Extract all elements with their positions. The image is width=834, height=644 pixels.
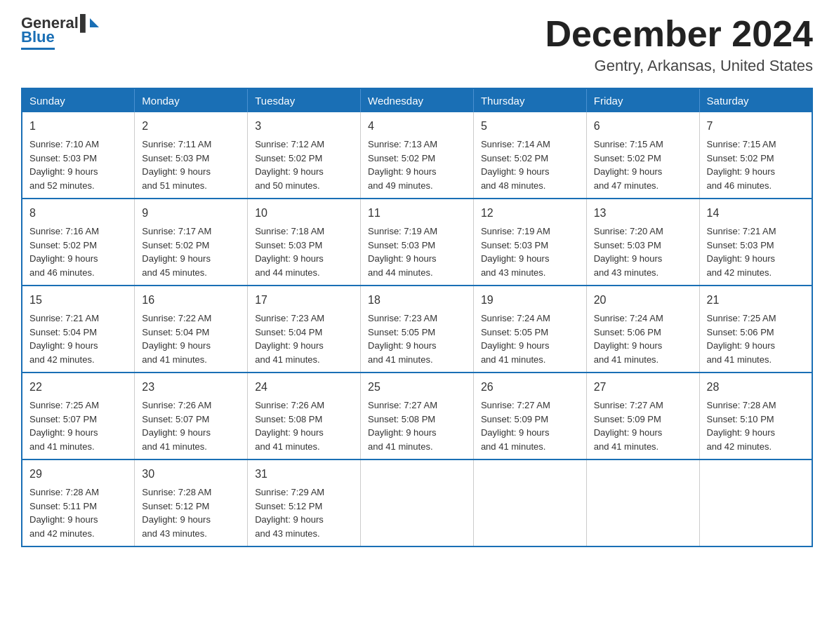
day-daylight-cont: and 42 minutes.: [29, 528, 95, 539]
day-daylight-cont: and 41 minutes.: [255, 354, 320, 365]
day-number: 3: [255, 118, 353, 135]
day-sunset: Sunset: 5:02 PM: [707, 153, 774, 163]
day-number: 22: [29, 379, 127, 396]
day-daylight: Daylight: 9 hours: [368, 166, 437, 177]
day-daylight: Daylight: 9 hours: [255, 253, 324, 264]
day-daylight: Daylight: 9 hours: [368, 253, 437, 264]
day-daylight: Daylight: 9 hours: [29, 253, 98, 264]
day-daylight-cont: and 44 minutes.: [255, 267, 320, 278]
day-number: 28: [707, 379, 805, 396]
day-sunrise: Sunrise: 7:26 AM: [255, 400, 324, 410]
day-number: 1: [29, 118, 127, 135]
day-sunset: Sunset: 5:02 PM: [594, 153, 661, 163]
day-sunrise: Sunrise: 7:28 AM: [29, 487, 99, 497]
calendar-cell: 28 Sunrise: 7:28 AM Sunset: 5:10 PM Dayl…: [699, 373, 812, 459]
day-sunrise: Sunrise: 7:29 AM: [255, 487, 324, 497]
calendar-cell: [473, 459, 586, 546]
calendar-week-row: 8 Sunrise: 7:16 AM Sunset: 5:02 PM Dayli…: [22, 199, 812, 286]
day-sunrise: Sunrise: 7:15 AM: [594, 139, 663, 149]
day-daylight-cont: and 41 minutes.: [255, 441, 320, 452]
day-daylight: Daylight: 9 hours: [481, 166, 550, 177]
calendar-cell: 30 Sunrise: 7:28 AM Sunset: 5:12 PM Dayl…: [135, 459, 248, 546]
day-daylight: Daylight: 9 hours: [594, 253, 663, 264]
day-daylight: Daylight: 9 hours: [707, 427, 776, 438]
day-sunset: Sunset: 5:09 PM: [481, 414, 548, 424]
day-sunrise: Sunrise: 7:19 AM: [481, 226, 550, 236]
weekday-header-row: SundayMondayTuesdayWednesdayThursdayFrid…: [22, 88, 812, 112]
day-sunset: Sunset: 5:08 PM: [368, 414, 435, 424]
day-daylight-cont: and 43 minutes.: [481, 267, 546, 278]
day-daylight-cont: and 41 minutes.: [481, 441, 546, 452]
day-daylight: Daylight: 9 hours: [368, 427, 437, 438]
day-daylight: Daylight: 9 hours: [29, 514, 98, 525]
day-daylight: Daylight: 9 hours: [481, 253, 550, 264]
weekday-header-sunday: Sunday: [22, 88, 135, 112]
day-number: 27: [594, 379, 692, 396]
weekday-header-thursday: Thursday: [473, 88, 586, 112]
day-daylight: Daylight: 9 hours: [29, 427, 98, 438]
day-daylight-cont: and 45 minutes.: [142, 267, 207, 278]
day-sunset: Sunset: 5:04 PM: [142, 327, 209, 337]
day-daylight-cont: and 42 minutes.: [707, 441, 772, 452]
day-sunset: Sunset: 5:03 PM: [255, 240, 322, 250]
day-sunrise: Sunrise: 7:28 AM: [707, 400, 776, 410]
calendar-week-row: 29 Sunrise: 7:28 AM Sunset: 5:11 PM Dayl…: [22, 459, 812, 546]
day-number: 24: [255, 379, 353, 396]
day-daylight: Daylight: 9 hours: [481, 340, 550, 351]
calendar-cell: 6 Sunrise: 7:15 AM Sunset: 5:02 PM Dayli…: [586, 112, 699, 199]
day-sunset: Sunset: 5:05 PM: [481, 327, 548, 337]
day-daylight: Daylight: 9 hours: [255, 427, 324, 438]
day-daylight-cont: and 44 minutes.: [368, 267, 433, 278]
day-sunset: Sunset: 5:09 PM: [594, 414, 661, 424]
day-daylight-cont: and 46 minutes.: [707, 180, 772, 191]
day-sunset: Sunset: 5:12 PM: [142, 501, 209, 511]
day-daylight: Daylight: 9 hours: [29, 166, 98, 177]
day-sunrise: Sunrise: 7:24 AM: [594, 313, 663, 323]
day-number: 25: [368, 379, 466, 396]
day-daylight-cont: and 51 minutes.: [142, 180, 207, 191]
day-sunrise: Sunrise: 7:11 AM: [142, 139, 211, 149]
calendar-table: SundayMondayTuesdayWednesdayThursdayFrid…: [21, 88, 813, 547]
weekday-header-wednesday: Wednesday: [361, 88, 474, 112]
day-sunrise: Sunrise: 7:21 AM: [29, 313, 99, 323]
calendar-cell: 29 Sunrise: 7:28 AM Sunset: 5:11 PM Dayl…: [22, 459, 135, 546]
day-sunset: Sunset: 5:04 PM: [29, 327, 97, 337]
day-daylight-cont: and 42 minutes.: [707, 267, 772, 278]
day-sunrise: Sunrise: 7:16 AM: [29, 226, 99, 236]
day-daylight-cont: and 52 minutes.: [29, 180, 95, 191]
day-number: 11: [368, 205, 466, 222]
day-number: 19: [481, 292, 579, 309]
day-daylight: Daylight: 9 hours: [142, 514, 211, 525]
day-number: 4: [368, 118, 466, 135]
calendar-cell: 1 Sunrise: 7:10 AM Sunset: 5:03 PM Dayli…: [22, 112, 135, 199]
day-number: 15: [29, 292, 127, 309]
calendar-cell: 2 Sunrise: 7:11 AM Sunset: 5:03 PM Dayli…: [135, 112, 248, 199]
calendar-cell: 5 Sunrise: 7:14 AM Sunset: 5:02 PM Dayli…: [473, 112, 586, 199]
day-sunset: Sunset: 5:03 PM: [142, 153, 209, 163]
calendar-cell: 31 Sunrise: 7:29 AM Sunset: 5:12 PM Dayl…: [248, 459, 361, 546]
day-daylight: Daylight: 9 hours: [481, 427, 550, 438]
day-daylight-cont: and 43 minutes.: [594, 267, 659, 278]
day-number: 30: [142, 466, 240, 483]
day-sunrise: Sunrise: 7:18 AM: [255, 226, 324, 236]
day-sunrise: Sunrise: 7:22 AM: [142, 313, 211, 323]
calendar-cell: 17 Sunrise: 7:23 AM Sunset: 5:04 PM Dayl…: [248, 286, 361, 373]
day-daylight-cont: and 41 minutes.: [368, 354, 433, 365]
month-year-title: December 2024: [545, 14, 813, 54]
day-sunset: Sunset: 5:03 PM: [29, 153, 97, 163]
day-number: 13: [594, 205, 692, 222]
day-daylight: Daylight: 9 hours: [707, 253, 776, 264]
calendar-cell: 27 Sunrise: 7:27 AM Sunset: 5:09 PM Dayl…: [586, 373, 699, 459]
day-daylight-cont: and 41 minutes.: [594, 354, 659, 365]
day-number: 2: [142, 118, 240, 135]
day-daylight-cont: and 41 minutes.: [368, 441, 433, 452]
day-sunset: Sunset: 5:03 PM: [481, 240, 548, 250]
calendar-cell: 11 Sunrise: 7:19 AM Sunset: 5:03 PM Dayl…: [361, 199, 474, 286]
calendar-week-row: 15 Sunrise: 7:21 AM Sunset: 5:04 PM Dayl…: [22, 286, 812, 373]
calendar-cell: [361, 459, 474, 546]
day-daylight-cont: and 42 minutes.: [29, 354, 95, 365]
day-daylight: Daylight: 9 hours: [594, 166, 663, 177]
day-number: 7: [707, 118, 805, 135]
day-daylight: Daylight: 9 hours: [707, 166, 776, 177]
day-sunrise: Sunrise: 7:25 AM: [707, 313, 776, 323]
